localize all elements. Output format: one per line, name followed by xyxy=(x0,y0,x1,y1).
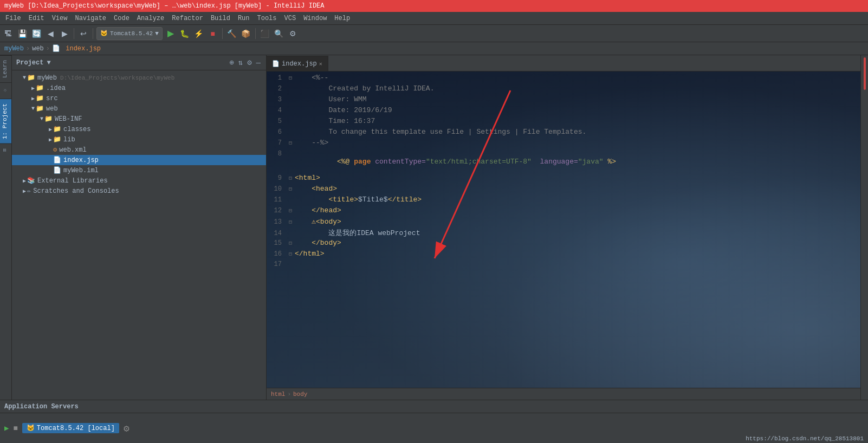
search-everywhere-button[interactable]: 🔍 xyxy=(273,28,285,40)
menu-tools[interactable]: Tools xyxy=(254,14,280,23)
build-button[interactable]: 🔨 xyxy=(226,28,238,40)
line-gutter-16[interactable]: ⊟ xyxy=(286,251,295,257)
line-gutter-10[interactable]: ⊟ xyxy=(286,186,295,192)
project-structure-button[interactable]: 🏗 xyxy=(2,28,14,40)
settings-button[interactable]: ⚙ xyxy=(287,28,299,40)
line-gutter-15[interactable]: ⊟ xyxy=(286,240,295,246)
menu-navigate[interactable]: Navigate xyxy=(72,14,109,23)
editor-breadcrumb-html[interactable]: html xyxy=(271,391,285,398)
run-with-coverage-button[interactable]: ⚡ xyxy=(193,28,205,40)
menu-code[interactable]: Code xyxy=(111,14,133,23)
editor-tab-indexjsp[interactable]: 📄 index.jsp ✕ xyxy=(267,56,328,71)
menu-build[interactable]: Build xyxy=(208,14,234,23)
folder-icon-web: 📁 xyxy=(36,105,44,113)
fold-icon-16[interactable]: ⊟ xyxy=(289,251,292,257)
tree-view: ▼ 📁 myWeb D:\Idea_Projects\workspace\myW… xyxy=(12,70,266,400)
expand-arrow[interactable]: ▼ xyxy=(23,75,26,81)
expand-arrow-src[interactable]: ▶ xyxy=(31,95,35,102)
tree-item-web[interactable]: ▼ 📁 web xyxy=(12,103,266,114)
fold-icon-9[interactable]: ⊟ xyxy=(289,175,292,181)
expand-arrow-scratches[interactable]: ▶ xyxy=(23,188,26,194)
panel-close-icon[interactable]: — xyxy=(255,57,262,68)
code-content-15: </body> xyxy=(295,239,856,247)
breadcrumb-myweb[interactable]: myWeb xyxy=(4,45,24,53)
menu-run[interactable]: Run xyxy=(235,14,253,23)
project-panel-title: Project xyxy=(16,59,43,67)
tree-item-lib[interactable]: ▶ 📁 lib xyxy=(12,134,266,145)
panel-settings-icon[interactable]: ⚙ xyxy=(246,57,252,68)
project-panel-dropdown[interactable]: ▼ xyxy=(47,59,50,67)
debug-button[interactable]: 🐛 xyxy=(179,28,191,40)
expand-arrow-classes[interactable]: ▶ xyxy=(49,126,52,133)
fold-icon-10[interactable]: ⊟ xyxy=(289,186,292,192)
sdk-setup-button[interactable]: 📦 xyxy=(240,28,252,40)
tab-close-icon[interactable]: ✕ xyxy=(319,61,322,67)
run-config-selector[interactable]: 🐱 Tomcat8.5.42 ▼ xyxy=(96,27,163,40)
breadcrumb-indexjsp[interactable]: 📄 index.jsp xyxy=(52,44,101,53)
expand-arrow-webinf[interactable]: ▼ xyxy=(40,116,43,122)
breadcrumb-web[interactable]: web xyxy=(32,45,44,53)
fold-icon-15[interactable]: ⊟ xyxy=(289,240,292,246)
server-item-tomcat[interactable]: 🐱 Tomcat8.5.42 [local] xyxy=(22,423,119,433)
server-run-button[interactable]: ▶ xyxy=(4,424,9,433)
project-icon: 📁 xyxy=(27,74,35,82)
separator-3 xyxy=(222,28,223,39)
terminal-button[interactable]: ⬛ xyxy=(259,28,271,40)
line-gutter-7[interactable]: ⊟ xyxy=(286,140,295,146)
code-editor[interactable]: 1 ⊟ <%-- 2 Created by IntelliJ IDEA. 3 U… xyxy=(267,71,860,388)
tree-item-webxml[interactable]: ⚙ web.xml xyxy=(12,145,266,155)
line-gutter-13[interactable]: ⊟ xyxy=(286,219,295,225)
back-button[interactable]: ◀ xyxy=(44,28,56,40)
expand-arrow-extlibs[interactable]: ▶ xyxy=(23,178,26,184)
fold-icon-1[interactable]: ⊟ xyxy=(289,75,292,81)
sidebar-tab-project[interactable]: 1: Project xyxy=(0,99,11,144)
tree-item-myweb-iml[interactable]: 📄 myWeb.iml xyxy=(12,165,266,175)
run-button[interactable]: ▶ xyxy=(165,28,177,40)
sidebar-tab-unknown[interactable]: ≡ xyxy=(0,144,11,157)
menu-file[interactable]: File xyxy=(2,14,24,23)
undo-button[interactable]: ↩ xyxy=(77,28,89,40)
bottom-extra-icon[interactable]: ⚙ xyxy=(124,422,129,434)
forward-button[interactable]: ▶ xyxy=(59,28,70,40)
menu-refactor[interactable]: Refactor xyxy=(169,14,206,23)
stop-button[interactable]: ■ xyxy=(207,28,219,40)
tree-item-scratches[interactable]: ▶ ✏ Scratches and Consoles xyxy=(12,186,266,196)
code-content-1: <%-- xyxy=(295,74,856,82)
line-gutter-9[interactable]: ⊟ xyxy=(286,175,295,181)
expand-arrow-idea[interactable]: ▶ xyxy=(31,85,35,92)
separator-4 xyxy=(255,28,256,39)
synchronize-button[interactable]: 🔄 xyxy=(30,28,42,40)
tree-item-classes[interactable]: ▶ 📁 classes xyxy=(12,124,266,134)
tree-label-webxml: web.xml xyxy=(59,146,86,154)
editor-breadcrumb-body[interactable]: body xyxy=(293,391,307,398)
project-panel-header-right: ⊕ ⇅ ⚙ — xyxy=(228,57,262,68)
tree-item-external-libraries[interactable]: ▶ 📚 External Libraries xyxy=(12,175,266,186)
tree-item-idea[interactable]: ▶ 📁 .idea xyxy=(12,83,266,93)
line-gutter-12[interactable]: ⊟ xyxy=(286,207,295,214)
sidebar-tab-learn[interactable]: Learn xyxy=(0,55,11,82)
tree-item-webinf[interactable]: ▼ 📁 WEB-INF xyxy=(12,114,266,124)
fold-icon-12[interactable]: ⊟ xyxy=(289,207,292,214)
fold-icon-7[interactable]: ⊟ xyxy=(289,140,292,146)
fold-icon-13[interactable]: ⊟ xyxy=(289,219,292,225)
menu-window[interactable]: Window xyxy=(300,14,330,23)
tree-item-myweb[interactable]: ▼ 📁 myWeb D:\Idea_Projects\workspace\myW… xyxy=(12,73,266,83)
expand-arrow-web[interactable]: ▼ xyxy=(31,106,35,112)
code-line-17: 17 xyxy=(267,260,860,271)
menu-edit[interactable]: Edit xyxy=(25,14,48,23)
tree-label-external-libraries: External Libraries xyxy=(37,177,108,185)
sidebar-tab-bookmarks[interactable]: ☆ xyxy=(0,82,11,99)
code-line-10: 10 ⊟ <head> xyxy=(267,185,860,196)
expand-arrow-lib[interactable]: ▶ xyxy=(49,136,52,143)
tree-item-indexjsp[interactable]: 📄 index.jsp xyxy=(12,155,266,165)
save-button[interactable]: 💾 xyxy=(16,28,28,40)
menu-vcs[interactable]: VCS xyxy=(281,14,300,23)
menu-help[interactable]: Help xyxy=(331,14,353,23)
menu-analyze[interactable]: Analyze xyxy=(134,14,167,23)
scroll-from-source-icon[interactable]: ⇅ xyxy=(237,57,244,68)
tree-item-src[interactable]: ▶ 📁 src xyxy=(12,93,266,103)
server-stop-button[interactable]: ■ xyxy=(13,424,17,433)
locate-icon[interactable]: ⊕ xyxy=(228,57,235,68)
line-gutter-1[interactable]: ⊟ xyxy=(286,75,295,81)
menu-view[interactable]: View xyxy=(49,14,71,23)
